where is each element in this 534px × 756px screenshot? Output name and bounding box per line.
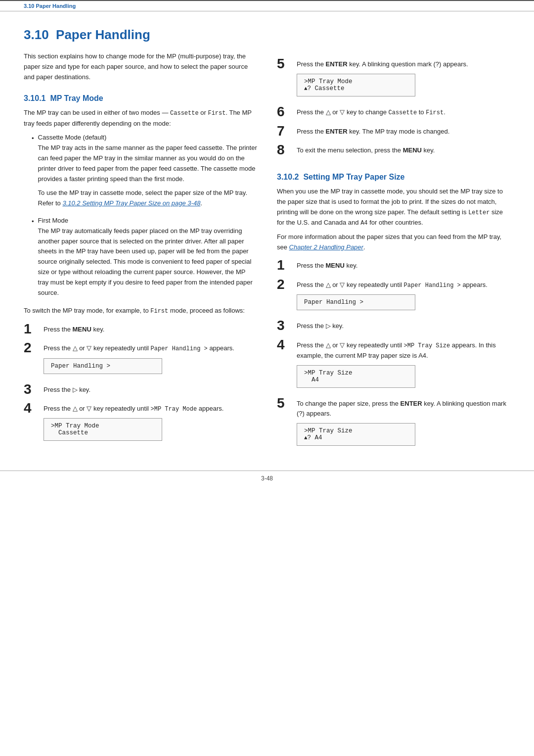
step-3: 3 Press the ▷ key. [24,383,257,397]
step-r2-1-text: Press the MENU key. [297,261,510,271]
col-left: This section explains how to change mode… [24,51,257,455]
step-8-text: To exit the menu selection, press the ME… [297,145,510,156]
bottom-bar: 3-48 [0,471,534,486]
step-7: 7 Press the ENTER key. The MP tray mode … [277,125,510,139]
step-r2-5: 5 To change the paper size, press the EN… [277,397,510,450]
step-number-3: 3 [24,382,38,397]
step-number-7: 7 [277,124,291,139]
step-r2-4: 4 Press the △ or ▽ key repeatedly until … [277,338,510,392]
step-1: 1 Press the MENU key. [24,323,257,337]
subsection2-block: 3.10.2 Setting MP Tray Paper Size When y… [277,173,510,450]
subsection2-intro1: When you use the MP tray in cassette mod… [277,187,510,228]
step-r2-3-text: Press the ▷ key. [297,321,510,331]
step-r2-number-2: 2 [277,277,291,292]
subsection1-intro: The MP tray can be used in either of two… [24,108,257,129]
chapter2-link[interactable]: Chapter 2 Handling Paper [289,243,363,251]
step-6: 6 Press the △ or ▽ key to change Cassett… [277,105,510,120]
step-r2-5-text: To change the paper size, press the ENTE… [297,399,510,420]
bullet-list: • Cassette Mode (default) The MP tray ac… [32,133,257,302]
display-box-5: >MP Tray Mode ▲? Cassette [297,74,415,96]
step-list-right-1: 5 Press the ENTER key. A blinking questi… [277,57,510,158]
two-col-layout: This section explains how to change mode… [24,51,510,455]
step-number-4: 4 [24,401,38,416]
step-number-8: 8 [277,142,291,158]
section-number: 3.10 [24,27,49,42]
bullet-cassette-body: The MP tray acts in the same manner as t… [38,143,257,184]
subsection2-title: 3.10.2 Setting MP Tray Paper Size [277,173,510,182]
intro-text: This section explains how to change mode… [24,51,257,82]
step-r2-number-1: 1 [277,258,291,273]
step-5: 5 Press the ENTER key. A blinking questi… [277,57,510,100]
step-5-text: Press the ENTER key. A blinking question… [297,59,510,70]
step-7-text: Press the ENTER key. The MP tray mode is… [297,127,510,137]
display-box-2: Paper Handling > [44,358,162,374]
bullet-first: • First Mode The MP tray automatically f… [32,216,257,302]
col-right: 5 Press the ENTER key. A blinking questi… [277,51,510,455]
step-8: 8 To exit the menu selection, press the … [277,143,510,158]
bullet-dot-1: • [32,134,34,213]
switch-text: To switch the MP tray mode, for example,… [24,306,257,316]
subsection1-title: 3.10.1 MP Tray Mode [24,94,257,103]
display-box-r2-5: >MP Tray Size ▲? A4 [297,423,415,446]
content: 3.10 Paper Handling This section explain… [0,27,534,455]
bullet-cassette: • Cassette Mode (default) The MP tray ac… [32,133,257,213]
step-r2-1: 1 Press the MENU key. [277,259,510,273]
display-box-4: >MP Tray Mode Cassette [44,418,162,441]
step-number-2: 2 [24,340,38,356]
step-r2-number-3: 3 [277,318,291,333]
bullet-first-body: The MP tray automatically feeds paper pl… [38,226,257,298]
step-r2-number-4: 4 [277,337,291,353]
bullet-dot-2: • [32,217,34,302]
page: 3.10 Paper Handling 3.10 Paper Handling … [0,0,534,756]
step-1-text: Press the MENU key. [44,325,257,335]
step-list-left: 1 Press the MENU key. 2 Press the △ or ▽… [24,323,257,445]
step-list-right-2: 1 Press the MENU key. 2 Press the △ or ▽… [277,259,510,450]
step-r2-3: 3 Press the ▷ key. [277,319,510,333]
step-3-text: Press the ▷ key. [44,385,257,395]
step-r2-2: 2 Press the △ or ▽ key repeatedly until … [277,278,510,314]
step-number-5: 5 [277,56,291,72]
display-box-r2-4: >MP Tray Size A4 [297,365,415,388]
step-r2-2-text: Press the △ or ▽ key repeatedly until Pa… [297,280,510,290]
step-r2-4-text: Press the △ or ▽ key repeatedly until >M… [297,340,510,361]
step-4: 4 Press the △ or ▽ key repeatedly until … [24,402,257,445]
section-name: Paper Handling [56,27,150,42]
section-title: 3.10 Paper Handling [24,27,510,43]
subsection2-intro2: For more information about the paper siz… [277,232,510,253]
step-6-text: Press the △ or ▽ key to change Cassette … [297,107,510,118]
cassette-link[interactable]: 3.10.2 Setting MP Tray Paper Size on pag… [62,199,200,207]
step-r2-number-5: 5 [277,396,291,411]
bullet-cassette-title: Cassette Mode (default) [38,133,257,143]
step-number-6: 6 [277,104,291,120]
top-bar: 3.10 Paper Handling [0,0,534,11]
step-number-1: 1 [24,322,38,337]
page-number: 3-48 [261,475,273,482]
step-2: 2 Press the △ or ▽ key repeatedly until … [24,341,257,378]
step-4-text: Press the △ or ▽ key repeatedly until >M… [44,404,257,414]
bullet-first-title: First Mode [38,216,257,226]
display-box-r2-2: Paper Handling > [297,294,415,310]
step-2-text: Press the △ or ▽ key repeatedly until Pa… [44,343,257,354]
top-bar-label: 3.10 Paper Handling [24,3,76,9]
bullet-cassette-note: To use the MP tray in cassette mode, sel… [38,188,257,209]
